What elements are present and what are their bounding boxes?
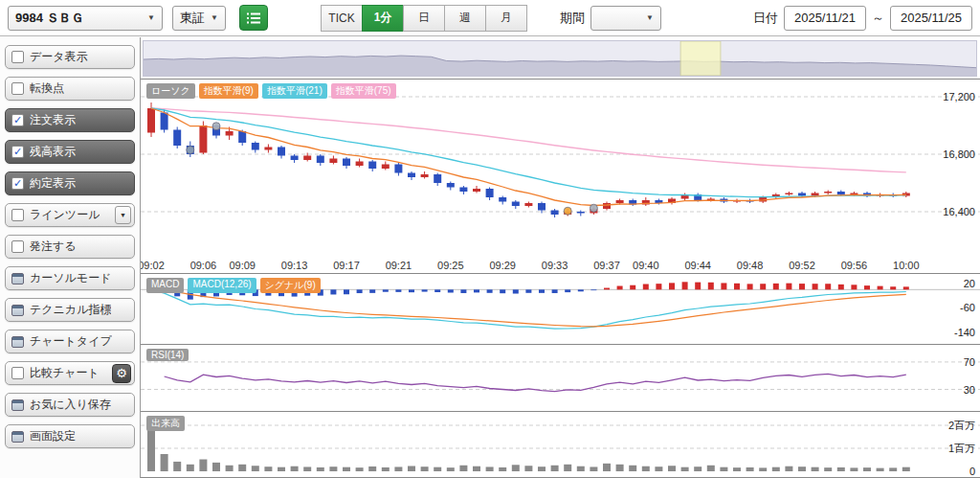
volume-bar [590,467,597,471]
time-axis-label: 09:56 [841,260,868,271]
macd-histogram-bar [395,289,401,292]
chart-navigator[interactable] [143,40,977,77]
candle [252,143,259,150]
volume-bar [421,467,429,471]
macd-histogram-bar [227,289,233,295]
sidebar-item-favorite-save[interactable]: お気に入り保存 [5,393,135,417]
volume-bar [264,467,272,471]
technical-indicator-icon [11,305,24,316]
place-order-checkbox[interactable] [11,240,24,253]
turning-point-checkbox[interactable] [11,82,24,95]
price-axis-label: 16,400 [943,206,975,217]
sidebar-item-order-display[interactable]: ✓注文表示 [5,108,135,132]
navigator-selection[interactable] [680,41,721,76]
line-tool-checkbox[interactable] [11,209,24,221]
sidebar-item-screen-setting[interactable]: 画面設定 [5,424,135,448]
sidebar-item-technical-indicator[interactable]: テクニカル指標 [5,298,135,322]
tab-日[interactable]: 日 [403,5,445,32]
time-axis-label: 10:00 [893,260,920,271]
candle [616,200,624,203]
macd-histogram-bar [539,289,545,293]
candle [824,192,832,193]
candle [434,174,441,183]
price-chart: 17,20016,80016,40009:0209:0609:0909:1309… [141,80,980,273]
price-axis-label: 16,800 [943,148,975,160]
execution-display-checkbox[interactable]: ✓ [11,177,24,190]
rsi-panel[interactable]: 7030 RSI(14) [141,344,980,411]
volume-bar [459,466,467,471]
date-to-input[interactable] [890,6,972,31]
macd-histogram-bar [695,283,701,290]
macd-histogram-bar [604,288,610,290]
candle [577,212,585,214]
sidebar-item-chart-type[interactable]: チャートタイプ [5,330,135,353]
macd-histogram-bar [747,284,753,289]
volume-bar [187,465,194,471]
volume-bar [707,466,715,471]
candle [278,148,285,156]
macd-histogram-bar [253,289,258,296]
volume-bar [629,466,636,471]
balance-display-checkbox[interactable]: ✓ [11,146,24,158]
symbol-select[interactable]: 9984 ＳＢＧ ▼ [8,6,163,31]
macd-histogram-bar [878,286,883,290]
macd-histogram-bar [239,289,245,295]
gear-icon[interactable]: ⚙ [112,364,131,383]
volume-bar [147,419,155,471]
time-axis-label: 09:33 [542,260,568,271]
macd-axis-label: -140 [954,327,975,338]
data-display-checkbox[interactable] [11,51,24,63]
tab-1分[interactable]: 1分 [362,5,404,32]
sidebar-item-balance-display[interactable]: ✓残高表示 [5,140,135,164]
sidebar-item-place-order[interactable]: 発注する [5,235,135,259]
exchange-select[interactable]: 東証 ▼ [172,6,226,31]
sidebar-item-line-tool[interactable]: ラインツール▼ [5,203,135,227]
date-separator: ～ [872,10,884,27]
candle [473,189,480,192]
volume-bar [837,467,845,471]
price-panel[interactable]: 17,20016,80016,40009:0209:0609:0909:1309… [141,79,980,273]
macd-histogram-bar [565,289,570,292]
volume-bar [798,467,806,471]
time-axis-label: 09:02 [141,260,165,271]
sidebar: データ表示転換点✓注文表示✓残高表示✓約定表示ラインツール▼発注するカーソルモー… [0,37,140,478]
volume-bar [212,463,220,471]
candle [238,131,246,143]
tab-週[interactable]: 週 [444,5,486,32]
volume-bar [486,467,494,471]
volume-bar [512,465,520,471]
line-tool-dropdown-button[interactable]: ▼ [115,206,131,224]
sidebar-item-label: カーソルモード [30,270,111,286]
watchlist-button[interactable] [239,5,268,31]
date-label: 日付 [753,10,778,27]
date-from-input[interactable] [784,6,866,31]
period-select[interactable]: ▼ [590,6,661,31]
symbol-value: 9984 ＳＢＧ [15,10,84,27]
sidebar-item-compare-chart[interactable]: 比較チャート⚙ [5,361,135,385]
macd-histogram-bar [813,284,818,289]
order-display-checkbox[interactable]: ✓ [11,114,24,126]
volume-bar [538,467,546,471]
candle [394,165,402,173]
volume-bar [303,467,311,471]
macd-panel[interactable]: 20-60-140 MACDMACD(12,26)シグナル(9) [141,273,980,344]
sidebar-item-cursor-mode[interactable]: カーソルモード [5,266,135,290]
sidebar-item-data-display[interactable]: データ表示 [5,45,135,69]
volume-bar [317,467,324,471]
sidebar-item-turning-point[interactable]: 転換点 [5,77,135,101]
volume-panel[interactable]: 2百万1百万0 出来高 [141,411,980,478]
cursor-mode-icon [11,273,24,285]
volume-bar [252,466,259,471]
date-range: 日付 ～ [753,6,972,31]
volume-bar [850,467,858,471]
volume-bar [812,467,819,471]
compare-chart-checkbox[interactable] [11,367,24,379]
macd-histogram-bar [409,289,414,292]
sidebar-item-label: 約定表示 [30,175,76,192]
volume-bar [694,467,702,471]
tab-月[interactable]: 月 [485,5,527,32]
sidebar-item-execution-display[interactable]: ✓約定表示 [5,171,135,195]
sidebar-item-label: 比較チャート [30,365,100,381]
timeframe-tabs: TICK1分日週月 [322,5,527,32]
tab-TICK[interactable]: TICK [321,5,363,32]
